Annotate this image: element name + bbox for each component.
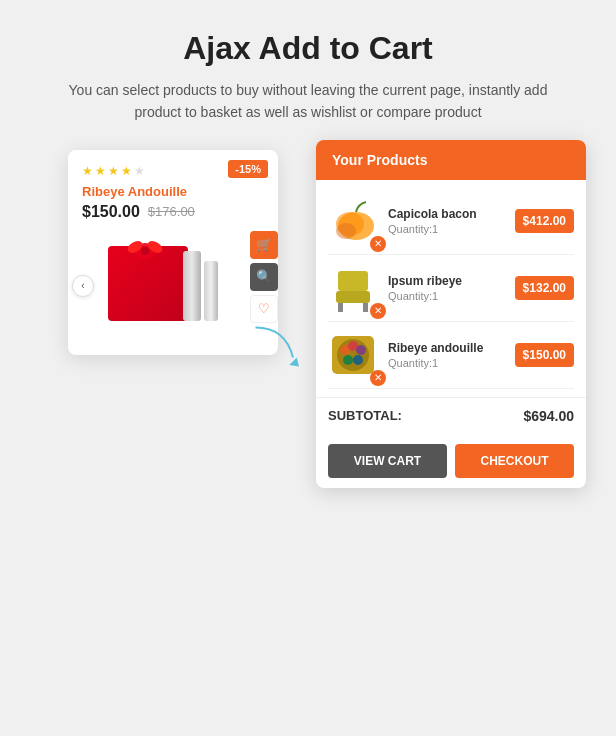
tube-1: [183, 251, 201, 321]
star-2: ★: [95, 164, 106, 178]
cart-item-info-1: Capicola bacon Quantity:1: [388, 207, 505, 235]
arrow-indicator: [248, 320, 308, 380]
prev-arrow[interactable]: ‹: [72, 275, 94, 297]
cart-item-image-2: [328, 263, 378, 313]
svg-point-18: [343, 355, 353, 365]
price-old: $176.00: [148, 204, 195, 219]
page-title: Ajax Add to Cart: [60, 30, 556, 67]
svg-rect-11: [363, 303, 368, 312]
cart-item-price-3: $150.00: [515, 343, 574, 367]
product-card: -15% ★ ★ ★ ★ ★ Ribeye Andouille $150.00 …: [68, 150, 278, 355]
cosmetic-image: [108, 236, 238, 336]
product-image-area: ‹ 🛒 🔍 ♡: [82, 231, 264, 341]
cart-item: Ribeye andouille Quantity:1 $150.00 ✕: [328, 322, 574, 389]
svg-point-16: [356, 345, 366, 355]
star-4: ★: [121, 164, 132, 178]
palette-icon: [328, 330, 378, 380]
cart-subtotal: SUBTOTAL: $694.00: [316, 397, 586, 434]
svg-point-17: [353, 355, 363, 365]
add-to-cart-button[interactable]: 🛒: [250, 231, 278, 259]
page-subtitle: You can select products to buy without l…: [60, 79, 556, 124]
cart-item: Ipsum ribeye Quantity:1 $132.00 ✕: [328, 255, 574, 322]
cart-item: Capicola bacon Quantity:1 $412.00 ✕: [328, 188, 574, 255]
cart-item-qty-3: Quantity:1: [388, 357, 505, 369]
fruit-icon: [328, 196, 378, 246]
product-image: [108, 236, 238, 336]
cart-item-price-2: $132.00: [515, 276, 574, 300]
svg-rect-9: [338, 271, 368, 291]
checkout-button[interactable]: CHECKOUT: [455, 444, 574, 478]
price-row: $150.00 $176.00: [82, 203, 264, 221]
cart-item-qty-1: Quantity:1: [388, 223, 505, 235]
cart-item-name-1: Capicola bacon: [388, 207, 505, 221]
subtotal-label: SUBTOTAL:: [328, 408, 402, 423]
discount-badge: -15%: [228, 160, 268, 178]
ribbon-icon: [120, 231, 170, 281]
subtotal-value: $694.00: [523, 408, 574, 424]
star-1: ★: [82, 164, 93, 178]
cart-remove-2[interactable]: ✕: [370, 303, 386, 319]
star-5: ★: [134, 164, 145, 178]
svg-marker-4: [289, 357, 299, 366]
svg-rect-8: [336, 291, 370, 303]
cart-item-qty-2: Quantity:1: [388, 290, 505, 302]
chair-icon: [328, 263, 378, 313]
cart-header-label: Your Products: [332, 152, 427, 168]
cart-item-image-1: [328, 196, 378, 246]
cart-item-name-3: Ribeye andouille: [388, 341, 505, 355]
cart-item-info-2: Ipsum ribeye Quantity:1: [388, 274, 505, 302]
page-header: Ajax Add to Cart You can select products…: [0, 0, 616, 140]
cart-items: Capicola bacon Quantity:1 $412.00 ✕: [316, 180, 586, 397]
star-3: ★: [108, 164, 119, 178]
cart-item-image-3: [328, 330, 378, 380]
svg-rect-10: [338, 303, 343, 312]
product-name: Ribeye Andouille: [82, 184, 264, 199]
cart-remove-1[interactable]: ✕: [370, 236, 386, 252]
price-current: $150.00: [82, 203, 140, 221]
cart-header: Your Products: [316, 140, 586, 180]
svg-point-7: [336, 223, 356, 239]
action-buttons: 🛒 🔍 ♡: [250, 231, 278, 323]
demo-area: -15% ★ ★ ★ ★ ★ Ribeye Andouille $150.00 …: [0, 140, 616, 736]
view-cart-button[interactable]: VIEW CART: [328, 444, 447, 478]
wishlist-button[interactable]: ♡: [250, 295, 278, 323]
cart-item-name-2: Ipsum ribeye: [388, 274, 505, 288]
cart-actions: VIEW CART CHECKOUT: [316, 434, 586, 488]
cart-item-price-1: $412.00: [515, 209, 574, 233]
tube-2: [204, 261, 218, 321]
zoom-button[interactable]: 🔍: [250, 263, 278, 291]
cart-item-info-3: Ribeye andouille Quantity:1: [388, 341, 505, 369]
cart-panel: Your Products Capicola bacon Quantity:1: [316, 140, 586, 488]
svg-point-3: [141, 247, 149, 255]
cart-remove-3[interactable]: ✕: [370, 370, 386, 386]
